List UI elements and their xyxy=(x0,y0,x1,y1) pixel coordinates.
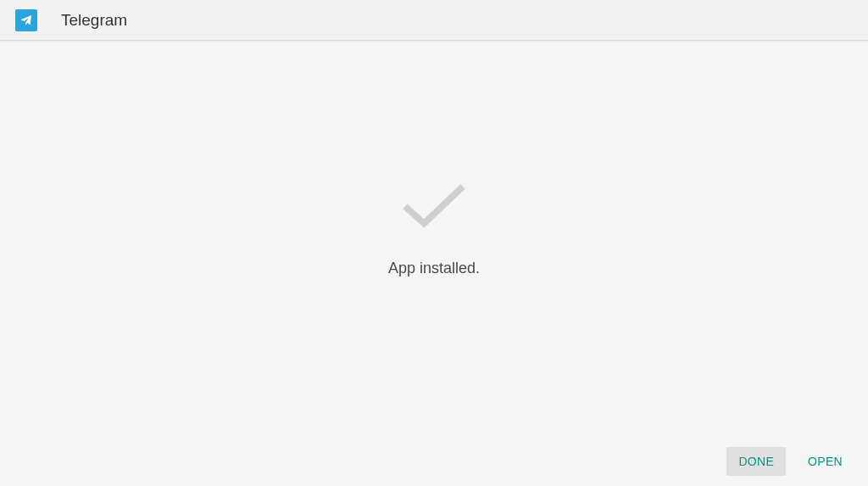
install-status: App installed. xyxy=(388,182,480,277)
done-button[interactable]: DONE xyxy=(726,447,786,476)
main-content: App installed. DONE OPEN xyxy=(0,41,868,486)
app-title: Telegram xyxy=(61,11,127,30)
action-bar: DONE OPEN xyxy=(726,447,854,476)
app-header: Telegram xyxy=(0,0,868,41)
telegram-icon xyxy=(15,9,37,31)
open-button[interactable]: OPEN xyxy=(796,447,854,476)
status-message: App installed. xyxy=(388,260,480,277)
checkmark-icon xyxy=(401,182,467,236)
